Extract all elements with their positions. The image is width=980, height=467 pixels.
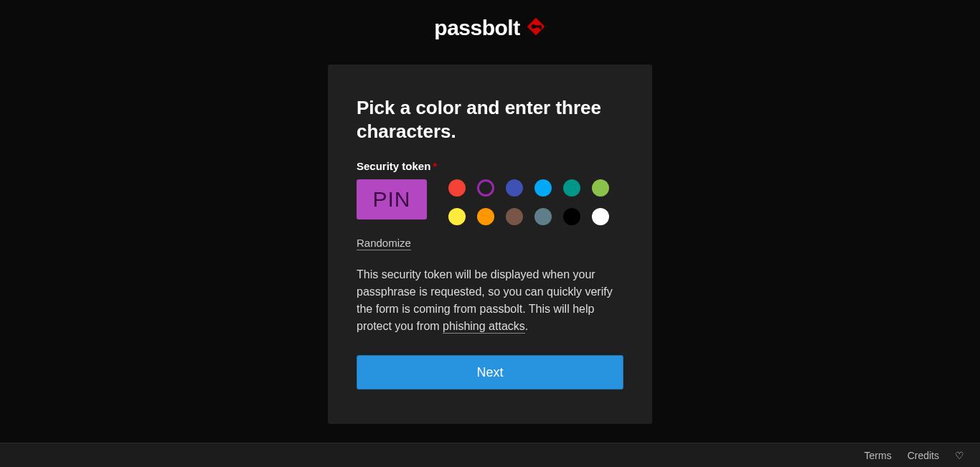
- color-swatch[interactable]: [477, 208, 494, 225]
- heart-icon[interactable]: ♡: [955, 450, 964, 461]
- randomize-link[interactable]: Randomize: [357, 237, 411, 250]
- footer-terms-link[interactable]: Terms: [864, 450, 892, 461]
- security-token-label: Security token*: [357, 160, 623, 172]
- color-swatch[interactable]: [592, 208, 609, 225]
- color-swatch[interactable]: [534, 208, 552, 225]
- next-button[interactable]: Next: [357, 355, 623, 390]
- color-swatch[interactable]: [506, 179, 523, 197]
- color-swatch[interactable]: [448, 179, 466, 197]
- color-swatch[interactable]: [506, 208, 523, 225]
- footer: Terms Credits ♡: [0, 443, 980, 467]
- phishing-attacks-link[interactable]: phishing attacks: [443, 320, 525, 334]
- svg-rect-3: [539, 26, 541, 29]
- security-token-input[interactable]: [357, 179, 427, 220]
- color-swatch[interactable]: [563, 208, 580, 225]
- passbolt-icon: [526, 16, 546, 39]
- color-swatches: [448, 179, 609, 225]
- color-swatch[interactable]: [592, 179, 609, 197]
- brand-name: passbolt: [434, 16, 519, 40]
- header: passbolt: [0, 0, 980, 40]
- card-title: Pick a color and enter three characters.: [357, 96, 623, 143]
- required-asterisk: *: [433, 160, 437, 172]
- token-row: [357, 179, 623, 225]
- footer-credits-link[interactable]: Credits: [908, 450, 939, 461]
- color-swatch[interactable]: [563, 179, 580, 197]
- color-swatch[interactable]: [477, 179, 494, 197]
- security-token-description: This security token will be displayed wh…: [357, 266, 623, 335]
- color-swatch[interactable]: [448, 208, 466, 225]
- color-swatch[interactable]: [534, 179, 552, 197]
- setup-card: Pick a color and enter three characters.…: [328, 65, 652, 424]
- brand-logo: passbolt: [434, 16, 545, 40]
